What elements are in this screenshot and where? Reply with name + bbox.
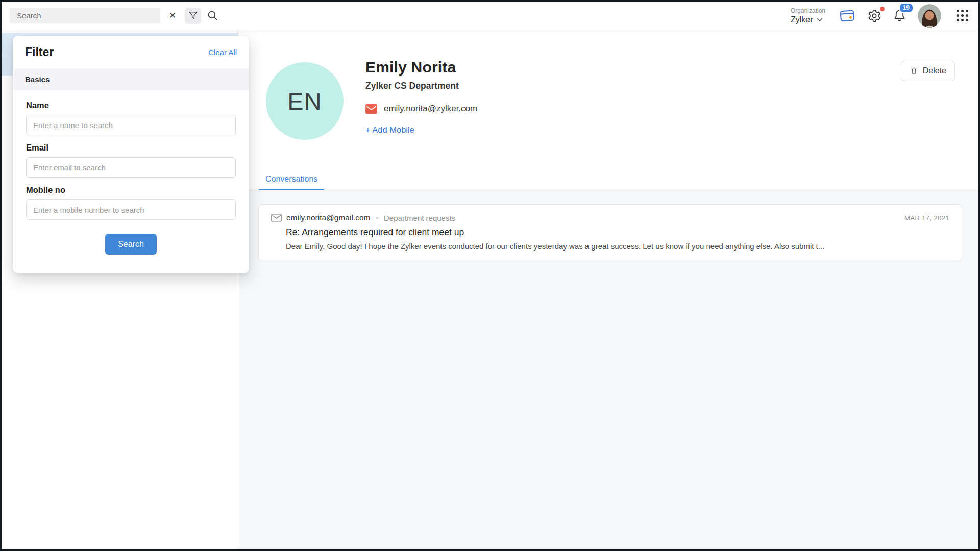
user-avatar[interactable] (918, 4, 941, 28)
conversation-date: MAR 17, 2021 (904, 214, 949, 222)
add-mobile-link[interactable]: + Add Mobile (365, 125, 414, 135)
name-field[interactable] (26, 115, 236, 135)
conversation-from: emily.norita@gmail.com (286, 213, 370, 222)
filter-panel: Filter Clear All Basics Name Email Mobil… (13, 36, 249, 273)
name-field-label: Name (26, 101, 236, 110)
search-input[interactable] (10, 8, 160, 23)
contact-name: Emily Norita (365, 59, 477, 76)
conversations-panel: emily.norita@gmail.com • Department requ… (239, 190, 978, 549)
filter-section-basics: Basics (13, 68, 249, 90)
topbar: ✕ Organization Zylker (2, 2, 978, 30)
detail-pane: EN Emily Norita Zylker CS Department emi… (239, 30, 978, 549)
tab-conversations[interactable]: Conversations (259, 174, 324, 191)
bell-icon[interactable]: 19 (893, 9, 906, 22)
mobile-field-label: Mobile no (26, 185, 236, 195)
mail-icon (365, 104, 377, 114)
contact-profile-section: EN Emily Norita Zylker CS Department emi… (239, 30, 978, 190)
tab-bar: Conversations (239, 174, 978, 190)
organization-label: Organization (791, 7, 825, 14)
email-field-label: Email (26, 143, 236, 153)
chevron-down-icon (817, 18, 823, 22)
gear-icon[interactable] (867, 9, 881, 23)
settings-alert-dot (880, 7, 885, 11)
apps-grid-icon[interactable] (957, 10, 968, 21)
trash-icon (910, 66, 918, 76)
conversation-subject: Re: Arrangements required for client mee… (286, 227, 949, 238)
email-field[interactable] (26, 157, 236, 178)
contact-department: Zylker CS Department (365, 81, 477, 91)
organization-switcher[interactable]: Organization Zylker (791, 7, 825, 24)
search-icon[interactable] (207, 10, 218, 21)
envelope-icon (271, 214, 282, 222)
separator-dot: • (376, 214, 378, 222)
delete-button-label: Delete (923, 66, 946, 76)
wallet-icon[interactable] (839, 8, 856, 23)
contact-info: Emily Norita Zylker CS Department emily.… (365, 59, 477, 135)
conversation-category: Department requests (384, 214, 455, 222)
filter-panel-title: Filter (25, 45, 54, 59)
mobile-field[interactable] (26, 199, 236, 220)
clear-all-link[interactable]: Clear All (208, 48, 237, 57)
filter-search-button[interactable]: Search (105, 234, 157, 255)
filter-funnel-icon[interactable] (185, 8, 201, 24)
delete-button[interactable]: Delete (901, 61, 955, 81)
conversation-preview: Dear Emily, Good day! I hope the Zylker … (286, 242, 949, 251)
global-search-group: ✕ (10, 8, 218, 24)
topbar-right-group: Organization Zylker (791, 4, 968, 28)
organization-value: Zylker (791, 15, 813, 24)
contact-email: emily.norita@zylker.com (384, 104, 477, 114)
close-icon[interactable]: ✕ (166, 10, 179, 22)
conversation-list-item[interactable]: emily.norita@gmail.com • Department requ… (258, 204, 962, 261)
notification-count-badge: 19 (899, 3, 914, 13)
contact-initials-avatar: EN (266, 62, 344, 140)
